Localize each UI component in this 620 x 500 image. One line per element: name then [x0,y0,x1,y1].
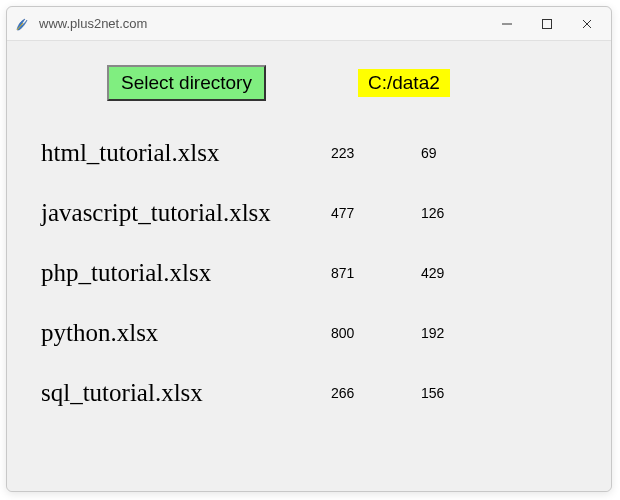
window-controls [499,16,603,32]
file-col2: 69 [421,145,501,161]
file-list: html_tutorial.xlsx 223 69 javascript_tut… [35,139,583,407]
maximize-icon[interactable] [539,16,555,32]
top-row: Select directory C:/data2 [35,65,583,101]
file-col2: 192 [421,325,501,341]
window-title: www.plus2net.com [39,16,499,31]
feather-icon [15,16,31,32]
close-icon[interactable] [579,16,595,32]
file-col1: 266 [331,385,421,401]
svg-rect-1 [543,19,552,28]
content-area: Select directory C:/data2 html_tutorial.… [7,41,611,491]
file-col2: 126 [421,205,501,221]
file-name: html_tutorial.xlsx [41,139,331,167]
file-name: python.xlsx [41,319,331,347]
file-col1: 871 [331,265,421,281]
file-name: javascript_tutorial.xlsx [41,199,331,227]
file-name: sql_tutorial.xlsx [41,379,331,407]
file-col1: 477 [331,205,421,221]
file-col2: 156 [421,385,501,401]
file-col1: 800 [331,325,421,341]
minimize-icon[interactable] [499,16,515,32]
select-directory-button[interactable]: Select directory [107,65,266,101]
file-name: php_tutorial.xlsx [41,259,331,287]
selected-path-label: C:/data2 [358,69,450,97]
file-col1: 223 [331,145,421,161]
app-window: www.plus2net.com Select directory C:/dat… [6,6,612,492]
file-col2: 429 [421,265,501,281]
titlebar: www.plus2net.com [7,7,611,41]
